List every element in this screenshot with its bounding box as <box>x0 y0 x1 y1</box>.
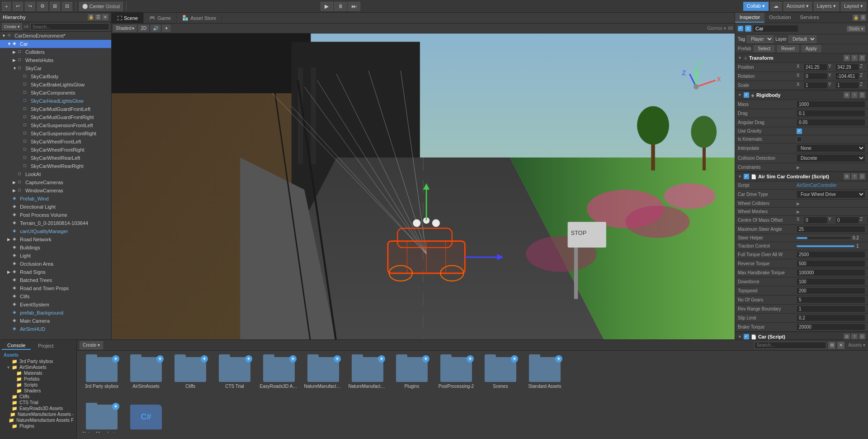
account-button[interactable]: Account ▾ <box>783 2 812 11</box>
hierarchy-item-colliders[interactable]: ▶□Colliders <box>0 48 111 56</box>
pause-button[interactable]: ⏸ <box>334 2 347 11</box>
cc-max-steer-input[interactable] <box>797 226 865 233</box>
car-controller-menu-btn[interactable]: ☰ <box>859 173 865 180</box>
mass-input[interactable] <box>797 101 865 108</box>
hierarchy-item-root[interactable]: ▼⊹CarDemoEnvironment* <box>0 32 111 40</box>
obj-name-input[interactable] <box>753 25 798 32</box>
car-script-menu-btn[interactable]: ☰ <box>859 334 865 339</box>
hierarchy-item-skycarwheelfrontright[interactable]: □SkyCarWheelFrontRight <box>0 146 111 154</box>
pos-x-input[interactable] <box>804 64 827 71</box>
revert-btn[interactable]: Revert <box>777 45 798 52</box>
hierarchy-item-occlusionarea[interactable]: ◈Occlusion Area <box>0 260 111 268</box>
tab-services[interactable]: Services <box>796 13 824 23</box>
layers-button[interactable]: Layers ▾ <box>814 2 839 11</box>
hierarchy-item-skycar[interactable]: ▼□SkyCar <box>0 64 111 72</box>
asset-folder-item-7[interactable]: +Plugins <box>392 355 432 391</box>
rigidbody-settings-btn[interactable]: ⚙ <box>844 92 850 98</box>
asset-tree-item-prefabs[interactable]: 📁Prefabs <box>2 376 75 382</box>
asset-folder-item-2[interactable]: +Cliffs <box>170 355 211 391</box>
cc-slip-limit-input[interactable] <box>797 315 865 321</box>
cc-brake-torque-input[interactable] <box>797 324 865 330</box>
hierarchy-item-postprocess[interactable]: ◈Post Process Volume <box>0 211 111 219</box>
hierarchy-item-clifs[interactable]: ◈Clifs <box>0 292 111 301</box>
asset-item-csharp[interactable]: C# <box>126 403 166 434</box>
layers-small-button[interactable]: ⊞ <box>50 2 60 11</box>
hierarchy-item-maincamera[interactable]: ◈Main Camera <box>0 317 111 325</box>
tab-scene[interactable]: ⛶ Scene <box>112 13 144 23</box>
com-y-input[interactable] <box>835 217 859 224</box>
rigidbody-info-btn[interactable]: ? <box>851 92 858 98</box>
effects-btn[interactable]: ✦ <box>162 25 170 32</box>
asset-search-input[interactable] <box>754 342 826 349</box>
hierarchy-item-light[interactable]: ◈Light <box>0 252 111 260</box>
select-btn[interactable]: Select <box>754 45 774 52</box>
hierarchy-item-capturecameras[interactable]: ▶□CaptureCameras <box>0 178 111 186</box>
hierarchy-close-btn[interactable]: ✕ <box>102 14 108 20</box>
hierarchy-item-airsimhud[interactable]: ◈AirSimHUD <box>0 325 111 333</box>
hierarchy-search-input[interactable] <box>30 23 109 30</box>
asset-tree-item-plugins[interactable]: 📁Plugins <box>2 423 75 429</box>
hierarchy-item-canuiqualitymanager[interactable]: ◈canUIQualityManager <box>0 227 111 235</box>
cc-drive-select[interactable]: Four Wheel Drive <box>797 191 865 198</box>
hierarchy-item-prefab_background[interactable]: ◈prefab_Background <box>0 309 111 317</box>
car-script-section-header[interactable]: ▼ 📄 Car (Script) ⚙ ? ☰ <box>735 332 868 339</box>
undo-button[interactable]: ↩ <box>13 2 23 11</box>
tab-asset-store[interactable]: 🏪 Asset Store <box>177 13 222 23</box>
audio-btn[interactable]: 🔊 <box>151 25 160 32</box>
asset-item-nature1[interactable]: + NatureManufactur... <box>81 403 122 434</box>
obj-active-checkbox[interactable] <box>738 26 743 31</box>
apply-btn[interactable]: Apply <box>802 45 821 52</box>
hierarchy-item-skycarbrakelightsglow[interactable]: □SkyCarBrakeLightsGlow <box>0 81 111 89</box>
asset-tree-item-easyroads3d-assets[interactable]: 📁EasyRoads3D Assets <box>2 406 75 411</box>
car-controller-section-header[interactable]: ▼ 📄 Air Sim Car Controller (Script) ⚙ ? … <box>735 172 868 181</box>
pos-y-input[interactable] <box>835 64 859 71</box>
cc-traction-slider[interactable]: 1 <box>797 243 865 248</box>
hierarchy-lock-btn[interactable]: 🔒 <box>88 14 94 20</box>
hierarchy-item-roadsigns[interactable]: ▶◈Road Signs <box>0 268 111 276</box>
static-badge[interactable]: Static ▾ <box>847 26 865 32</box>
rot-x-input[interactable] <box>804 73 827 80</box>
cc-reverse-torque-input[interactable] <box>797 260 865 267</box>
car-controller-active-check[interactable] <box>744 174 749 179</box>
hierarchy-item-prefab_wind[interactable]: ◈Prefab_Wind <box>0 195 111 203</box>
drag-input[interactable] <box>797 110 865 117</box>
com-x-input[interactable] <box>804 217 827 224</box>
car-script-info-btn[interactable]: ? <box>851 334 858 339</box>
tab-inspector[interactable]: Inspector <box>735 13 764 23</box>
asset-close-btn[interactable]: ✕ <box>837 342 844 349</box>
rigidbody-menu-btn[interactable]: ☰ <box>859 92 865 98</box>
scale-x-input[interactable] <box>804 82 827 89</box>
asset-tree-item-naturemanufacture-assets-f[interactable]: 📁NatureManufacture Assets F <box>2 417 75 423</box>
cc-topspeed-input[interactable] <box>797 287 865 294</box>
hierarchy-item-skycarbody[interactable]: □SkyCarBody <box>0 72 111 81</box>
hierarchy-item-skycarcomponents[interactable]: □SkyCarComponents <box>0 89 111 97</box>
hierarchy-item-skycartwheeflrontleft[interactable]: □SkyCarWheelFrontLeft <box>0 138 111 146</box>
hierarchy-item-directionallight[interactable]: ◈Directional Light <box>0 203 111 211</box>
hierarchy-item-skycarmudguardfrontleft[interactable]: □SkyCarMudGuardFrontLeft <box>0 105 111 113</box>
rigidbody-section-header[interactable]: ▼ ◈ Rigidbody ⚙ ? ☰ <box>735 90 868 100</box>
cc-rev-range-input[interactable] <box>797 305 865 312</box>
transform-section-header[interactable]: ▼ ⊹ Transform ⚙ ? ☰ <box>735 53 868 63</box>
asset-tree-item-naturemanufacture-assets--[interactable]: 📁NatureManufacture Assets - <box>2 411 75 417</box>
asset-folder-item-5[interactable]: +NatureManufactur... <box>303 355 344 391</box>
asset-folder-item-4[interactable]: +EasyRoads3D As... <box>259 355 299 391</box>
console-tab[interactable]: Console <box>2 342 31 350</box>
car-controller-info-btn[interactable]: ? <box>851 173 858 180</box>
step-button[interactable]: ⏭ <box>348 2 360 11</box>
hierarchy-item-eventsystem[interactable]: ◈EventSystem <box>0 301 111 309</box>
asset-folder-item-6[interactable]: +NatureManufactur... <box>347 355 388 391</box>
cc-no-gears-input[interactable] <box>797 296 865 303</box>
cc-max-handbrake-input[interactable] <box>797 269 865 276</box>
hierarchy-item-car[interactable]: ▼◈Car <box>0 40 111 48</box>
cloud-button[interactable]: ☁ <box>770 2 782 11</box>
asset-folder-item-1[interactable]: +AirSimAssets <box>126 355 166 391</box>
car-controller-settings-btn[interactable]: ⚙ <box>844 173 850 180</box>
tab-game[interactable]: 🎮 Game <box>144 13 177 23</box>
hierarchy-item-wheelshubs[interactable]: ▶□WheelsHubs <box>0 56 111 64</box>
redo-button[interactable]: ↪ <box>25 2 35 11</box>
hierarchy-item-lookat[interactable]: □LookAt <box>0 170 111 178</box>
asset-folder-item-10[interactable]: +Standard Assets <box>524 355 565 391</box>
asset-tree-item-shaders[interactable]: 📁Shaders <box>2 388 75 394</box>
hierarchy-item-skycarwheelrearleft[interactable]: □SkyCarWheelRearLeft <box>0 154 111 162</box>
layout-button[interactable]: Layout ▾ <box>841 2 866 11</box>
